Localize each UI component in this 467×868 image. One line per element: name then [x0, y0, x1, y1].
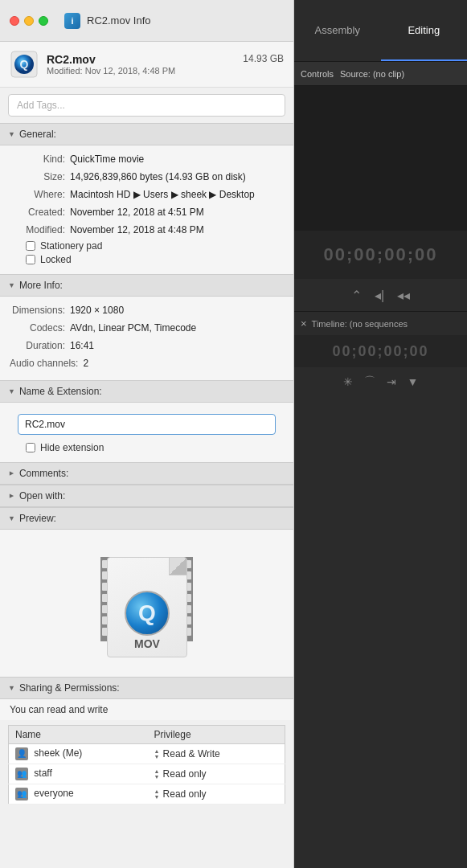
right-panel: Assembly Editing Controls Source: (no cl… [294, 0, 467, 868]
info-row-duration: Duration: 16:41 [10, 338, 284, 353]
general-body: Kind: QuickTime movie Size: 14,926,839,8… [0, 145, 293, 274]
insert-icon[interactable]: ⇥ [387, 375, 396, 388]
locked-row: Locked [26, 254, 284, 265]
general-triangle: ▼ [8, 130, 15, 138]
title-bar: i RC2.mov Info [0, 0, 293, 42]
more-info-body: Dimensions: 1920 × 1080 Codecs: AVdn, Li… [0, 297, 293, 380]
table-row: 👥 everyone ▲ ▼ Read only [9, 784, 285, 805]
info-row-dimensions: Dimensions: 1920 × 1080 [10, 303, 284, 317]
name-ext-body: Hide extension [0, 403, 293, 462]
file-header: Q RC2.mov 14.93 GB Modified: Nov 12, 201… [0, 42, 293, 88]
minimize-button[interactable] [24, 16, 34, 26]
timecode-area-1: 00;00;00;00 [294, 231, 467, 279]
info-row-where: Where: Macintosh HD ▶ Users ▶ sheek ▶ De… [10, 187, 284, 202]
maximize-button[interactable] [39, 16, 48, 26]
mov-label-text: MOV [134, 637, 160, 650]
play-back-icon[interactable]: ◂| [375, 288, 384, 303]
preview-display: Q MOV [10, 536, 284, 670]
permissions-text: You can read and write [0, 699, 293, 720]
workspace-tabs: Assembly Editing [294, 0, 467, 62]
section-preview[interactable]: ▼ Preview: [0, 507, 293, 530]
info-row-created: Created: November 12, 2018 at 4:51 PM [10, 205, 284, 219]
privilege-staff: ▲ ▼ Read only [148, 764, 285, 784]
privilege-arrows: ▲ ▼ [154, 748, 160, 760]
more-info-header: More Info: [19, 280, 63, 291]
window-icon: i [64, 13, 80, 29]
open-with-triangle: ▼ [7, 493, 15, 500]
tags-field[interactable]: Add Tags... [8, 94, 285, 117]
permissions-table: Name Privilege 👤 sheek (Me) ▲ [8, 725, 285, 805]
sharing-body: You can read and write Name Privilege 👤 … [0, 699, 293, 805]
preview-triangle: ▼ [8, 514, 15, 522]
file-size-text: 14.93 GB [243, 53, 284, 64]
timeline-tools[interactable]: ✳ ⌒ ⇥ ▼ [294, 367, 467, 395]
info-row-size: Size: 14,926,839,860 bytes (14.93 GB on … [10, 170, 284, 184]
transport-controls[interactable]: ⌃ ◂| ◂◂ [294, 279, 467, 311]
col-name: Name [9, 726, 148, 744]
info-window: i RC2.mov Info Q RC2.mov 14.93 GB [0, 0, 294, 868]
general-header: General: [19, 129, 56, 140]
quicktime-q-letter: Q [138, 600, 156, 626]
file-type-icon: Q [10, 50, 39, 79]
hide-ext-checkbox[interactable] [26, 443, 35, 452]
timeline-close-button[interactable]: × [301, 317, 307, 330]
info-row-kind: Kind: QuickTime movie [10, 152, 284, 166]
filename-input[interactable] [18, 414, 276, 435]
info-row-codecs: Codecs: AVdn, Linear PCM, Timecode [10, 321, 284, 335]
locked-label: Locked [40, 254, 72, 265]
tab-assembly[interactable]: Assembly [294, 0, 381, 61]
window-title: RC2.mov Info [87, 14, 150, 27]
privilege-sheek: ▲ ▼ Read & Write [148, 744, 285, 764]
svg-text:Q: Q [20, 58, 29, 71]
quicktime-ball: Q [125, 591, 170, 636]
source-display [294, 86, 467, 231]
privilege-arrows-staff: ▲ ▼ [154, 768, 160, 780]
timeline-header: × Timeline: (no sequences [294, 311, 467, 335]
info-row-modified: Modified: November 12, 2018 at 4:48 PM [10, 223, 284, 237]
section-sharing[interactable]: ▼ Sharing & Permissions: [0, 677, 293, 699]
table-row: 👥 staff ▲ ▼ Read only [9, 764, 285, 784]
locked-checkbox[interactable] [26, 255, 35, 264]
snap-icon[interactable]: ✳ [343, 375, 353, 388]
source-label: Source: (no clip) [340, 69, 404, 79]
comments-triangle: ▼ [7, 470, 15, 477]
sharing-triangle: ▼ [8, 684, 15, 692]
user-icon-everyone: 👥 [15, 788, 28, 800]
user-sheek: 👤 sheek (Me) [9, 744, 148, 764]
link-icon[interactable]: ⌒ [364, 375, 375, 389]
name-ext-header: Name & Extension: [19, 386, 102, 397]
file-modified-row: Modified: Nov 12, 2018, 4:48 PM [47, 66, 284, 76]
hide-ext-label: Hide extension [40, 442, 104, 453]
prev-frame-icon[interactable]: ⌃ [351, 288, 362, 303]
close-button[interactable] [10, 16, 19, 26]
file-name-text: RC2.mov [47, 53, 96, 66]
file-paper: Q MOV [107, 557, 187, 657]
table-row: 👤 sheek (Me) ▲ ▼ Read & Write [9, 744, 285, 764]
privilege-arrows-everyone: ▲ ▼ [154, 788, 160, 800]
stationery-checkbox[interactable] [26, 241, 35, 251]
info-content[interactable]: ▼ General: Kind: QuickTime movie Size: 1… [0, 123, 293, 868]
more-info-triangle: ▼ [8, 281, 15, 289]
section-more-info[interactable]: ▼ More Info: [0, 274, 293, 297]
overwrite-icon[interactable]: ▼ [408, 375, 419, 388]
info-row-audio: Audio channels: 2 [10, 356, 284, 371]
hide-ext-row: Hide extension [26, 442, 284, 453]
stationery-label: Stationery pad [40, 240, 102, 252]
file-name: RC2.mov 14.93 GB [47, 53, 284, 66]
user-staff: 👥 staff [9, 764, 148, 784]
stationery-row: Stationery pad [26, 240, 284, 252]
comments-header: Comments: [19, 468, 68, 479]
open-with-header: Open with: [19, 490, 65, 502]
controls-bar: Controls Source: (no clip) [294, 62, 467, 86]
section-general[interactable]: ▼ General: [0, 123, 293, 145]
preview-body-wrap: Q MOV [0, 530, 293, 677]
section-comments[interactable]: ▼ Comments: [0, 462, 293, 485]
timeline-label: Timeline: (no sequences [312, 319, 408, 329]
paper-corner [169, 558, 186, 575]
tab-editing[interactable]: Editing [381, 0, 468, 61]
rewind-icon[interactable]: ◂◂ [397, 288, 410, 303]
section-name-ext[interactable]: ▼ Name & Extension: [0, 380, 293, 403]
name-ext-triangle: ▼ [8, 387, 15, 395]
section-open-with[interactable]: ▼ Open with: [0, 485, 293, 507]
timeline-timecode: 00;00;00;00 [294, 335, 467, 367]
